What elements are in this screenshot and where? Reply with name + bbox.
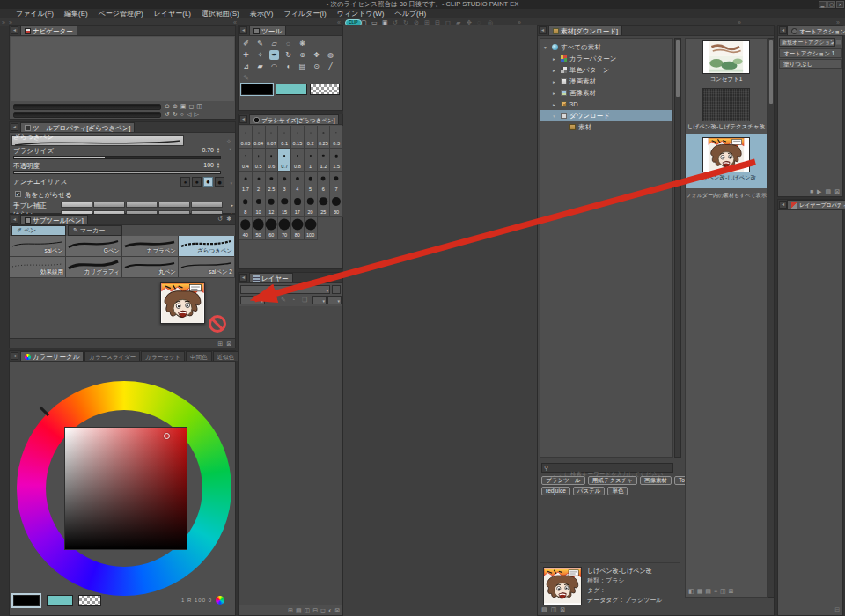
pencil-tool-button[interactable]: ✎ — [255, 39, 265, 48]
brush-カリグラフィ[interactable]: カリグラフィ — [66, 257, 122, 278]
brush-size-stepper[interactable]: ▲▼ — [216, 147, 221, 154]
tab-tool-property[interactable]: ツールプロパティ[ざらつきペン] — [20, 122, 135, 132]
size-0.6[interactable]: 0.6 — [266, 149, 279, 172]
size-0.2[interactable]: 0.2 — [305, 126, 318, 149]
balloon-tool-button[interactable]: ◍ — [326, 50, 335, 60]
saturation-value-box[interactable] — [64, 427, 187, 550]
tree-expanded-icon[interactable]: ▾ — [553, 114, 558, 119]
flip-vertical-icon[interactable]: ▷ — [194, 111, 198, 118]
size-5[interactable]: 5 — [305, 172, 318, 194]
size-0.03[interactable]: 0.03 — [239, 126, 253, 149]
panel-collapse-icon[interactable]: ◂ — [239, 115, 247, 123]
layer-property-footer-icon[interactable]: ⊟ — [834, 606, 840, 613]
rotate-right-icon[interactable]: ↻ — [173, 111, 178, 118]
draw-pen-tool-button[interactable]: ✒ — [269, 50, 279, 60]
clear-layer-icon[interactable]: ◻ — [320, 606, 326, 614]
size-1.7[interactable]: 1.7 — [239, 172, 253, 194]
stabilization-selector[interactable] — [61, 202, 223, 208]
card-list-scrollbar[interactable] — [768, 38, 775, 598]
brush-ざらつきペン[interactable]: ざらつきペン — [179, 236, 235, 257]
panel-collapse-icon[interactable]: ◂ — [239, 26, 247, 34]
size-10[interactable]: 10 — [253, 194, 266, 217]
menu-item-ヘルプ(H)[interactable]: ヘルプ(H) — [390, 9, 432, 18]
flip-horizontal-icon[interactable]: ◁ — [187, 111, 191, 118]
view-detail-icon[interactable]: ≡ — [714, 587, 717, 595]
eyedropper-tool-button[interactable]: ✧ — [255, 50, 265, 60]
tab-tool[interactable]: ツール — [249, 26, 286, 35]
show-all-label[interactable]: フォルダー内の素材もすべて表示 — [686, 192, 767, 200]
action-オートアクション 1[interactable]: オートアクション 1 — [779, 48, 842, 58]
tree-item-3D[interactable]: ▸3D — [540, 99, 672, 110]
panel-collapse-icon[interactable]: ◂ — [779, 201, 787, 209]
antialias-none-button[interactable]: ● — [180, 177, 190, 187]
rotate-slider[interactable] — [13, 112, 161, 118]
transparent-color-bar[interactable] — [310, 84, 340, 95]
size-30[interactable]: 30 — [330, 194, 343, 217]
brush-size-value[interactable]: 0.70 — [202, 147, 214, 153]
panel-collapse-icon[interactable]: ◂ — [779, 26, 787, 34]
navigator-preview[interactable] — [11, 37, 234, 101]
size-25[interactable]: 25 — [318, 194, 331, 217]
main-color-bar[interactable] — [241, 84, 273, 95]
lasso-tool-button[interactable]: ◌ — [283, 39, 293, 48]
sub-pen-tool-button[interactable]: ✎ — [241, 73, 251, 83]
size-2.5[interactable]: 2.5 — [266, 172, 279, 194]
minimize-button[interactable]: ▁ — [819, 1, 827, 8]
size-70[interactable]: 70 — [278, 217, 291, 240]
tab-sub-tool[interactable]: サブツール[ペン] — [20, 215, 88, 224]
tab-navigator[interactable]: ナビゲーター — [20, 26, 77, 35]
size-4[interactable]: 4 — [291, 172, 305, 194]
rotate-canvas-tool-button[interactable]: ↻ — [283, 50, 293, 60]
tab-近似色[interactable]: 近似色 — [213, 351, 239, 361]
size-0.25[interactable]: 0.25 — [318, 126, 331, 149]
tab-auto-action[interactable]: オートアクション — [787, 26, 845, 35]
tree-scrollbar[interactable] — [674, 38, 681, 458]
size-2[interactable]: 2 — [253, 172, 266, 194]
sv-marker[interactable] — [164, 433, 170, 439]
clip-layer-icon[interactable]: ◔ — [291, 297, 295, 304]
menu-item-フィルター(I)[interactable]: フィルター(I) — [278, 9, 331, 18]
layer-opacity-button[interactable] — [332, 285, 341, 294]
stabilization-expand-icon[interactable]: ▸ — [231, 202, 233, 209]
size-0.15[interactable]: 0.15 — [291, 126, 305, 149]
reference-layer-icon[interactable]: ❏ — [302, 297, 307, 304]
new-folder-icon[interactable]: ▤ — [296, 606, 302, 614]
menu-item-編集(E)[interactable]: 編集(E) — [59, 9, 93, 18]
tree-expanded-icon[interactable]: ▾ — [544, 45, 549, 50]
gradient-tool-button[interactable]: ▰ — [255, 62, 265, 71]
new-layer-icon[interactable]: ⊞ — [288, 606, 293, 614]
tree-expand-icon[interactable]: ▸ — [553, 91, 558, 96]
brush-saiペン[interactable]: saiペン — [10, 236, 66, 257]
brush-効果線用[interactable]: 効果線用 — [10, 257, 66, 278]
size-12[interactable]: 12 — [266, 194, 279, 217]
tag-画像素材[interactable]: 画像素材 — [640, 476, 672, 485]
tree-item-画像素材[interactable]: ▸画像素材 — [540, 87, 672, 99]
action-set-menu-icon[interactable]: ▤ — [835, 39, 841, 46]
menu-item-レイヤー(L)[interactable]: レイヤー(L) — [149, 9, 196, 18]
dragged-material-thumbnail[interactable] — [160, 282, 205, 324]
size-100[interactable]: 100 — [305, 217, 318, 240]
sub-color-swatch[interactable] — [47, 595, 73, 606]
delete-subtool-icon[interactable]: ⊠ — [226, 340, 231, 348]
size-8[interactable]: 8 — [239, 194, 253, 217]
fit-window-icon[interactable]: ▣ — [180, 103, 187, 110]
close-button[interactable]: ✕ — [836, 1, 844, 8]
view-grid-icon[interactable]: ▦ — [697, 587, 703, 595]
layer-filter-combo[interactable]: ▾ — [240, 296, 265, 304]
tag-ブラシツール[interactable]: ブラシツール — [541, 476, 585, 485]
size-0.1[interactable]: 0.1 — [278, 126, 291, 149]
add-subtool-icon[interactable]: ⊞ — [217, 340, 223, 348]
size-1.5[interactable]: 1.5 — [330, 149, 343, 172]
tree-item-漫画素材[interactable]: ▸漫画素材 — [540, 76, 672, 87]
antialias-weak-button[interactable]: ● — [192, 177, 202, 187]
panel-collapse-icon[interactable]: ◂ — [11, 352, 18, 360]
menu-item-ページ管理(P)[interactable]: ページ管理(P) — [93, 9, 149, 18]
size-0.3[interactable]: 0.3 — [330, 126, 343, 149]
tab-中間色[interactable]: 中間色 — [186, 351, 212, 361]
layer-color-combo[interactable]: ▾ — [312, 296, 327, 304]
tag-パステル[interactable]: パステル — [573, 487, 606, 495]
delete-material-icon[interactable]: ⊠ — [729, 587, 734, 595]
material-card-concept[interactable] — [702, 40, 750, 74]
tag-用紙テクスチャ[interactable]: 用紙テクスチャ — [588, 476, 637, 485]
size-80[interactable]: 80 — [291, 217, 305, 240]
